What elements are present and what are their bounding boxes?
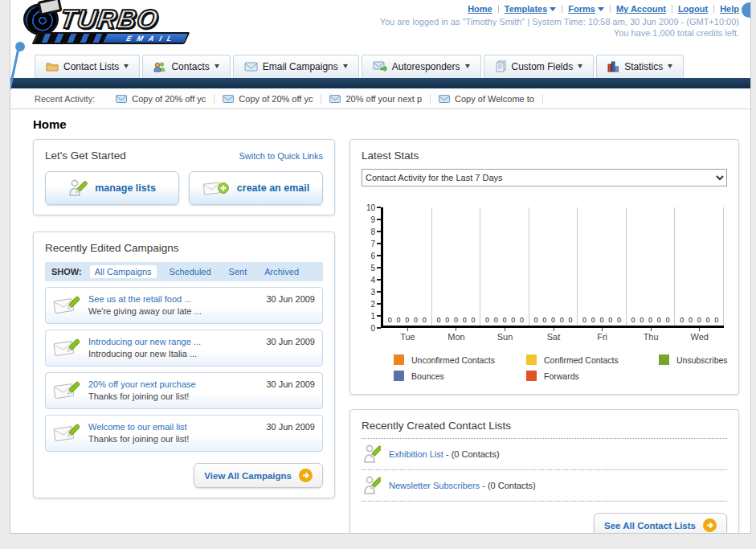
chart-value-label: 0 [705, 316, 709, 324]
nav-link-home[interactable]: Home [468, 4, 492, 14]
campaign-title-link[interactable]: Welcome to our email list [88, 422, 258, 432]
recent-activity-item[interactable]: 20% off your next p [321, 94, 431, 104]
stats-period-select[interactable]: Contact Activity for the Last 7 Days [362, 169, 727, 186]
chart-value-label: 0 [657, 316, 661, 324]
nav-link-my-account[interactable]: My Account [616, 4, 666, 14]
campaign-row[interactable]: 20% off your next purchase Thanks for jo… [45, 372, 323, 409]
chevron-down-icon [668, 64, 672, 68]
chart-x-labels: TueMonSunSatFriThuWed [383, 328, 724, 342]
legend-swatch-icon [659, 354, 669, 365]
chevron-down-icon [215, 64, 219, 68]
recent-activity-label: Recent Activity: [35, 94, 95, 104]
view-all-campaigns-button[interactable]: View All Campaigns [194, 463, 323, 488]
chevron-down-icon [550, 7, 556, 11]
campaign-date: 30 Jun 2009 [266, 294, 315, 304]
nav-link-help[interactable]: Help [720, 4, 739, 14]
legend-swatch-icon [394, 354, 404, 365]
recent-activity-item[interactable]: Copy of 20% off yc [108, 94, 215, 104]
campaign-title-link[interactable]: 20% off your next purchase [88, 379, 258, 389]
tab-custom-fields[interactable]: Custom Fields [484, 55, 595, 78]
campaign-filter-bar: SHOW: All Campaigns Scheduled Sent Archi… [45, 262, 323, 281]
contact-list-link[interactable]: Newsletter Subscribers [389, 481, 480, 490]
campaign-row[interactable]: Introducing our new range ... Introducin… [45, 330, 323, 367]
contact-list-item[interactable]: Newsletter Subscribers - (0 Contacts) [362, 470, 727, 502]
y-axis-label: 3 [366, 287, 381, 297]
chart-value-label: 0 [414, 316, 418, 324]
chart-value-labels: 00000 [383, 316, 431, 324]
y-axis-label: 10 [366, 203, 381, 212]
chart-day-group: 00000 [529, 207, 578, 326]
chevron-down-icon [578, 64, 582, 68]
campaign-subtitle: Thanks for joining our list! [88, 434, 258, 444]
chart-value-label: 0 [454, 316, 458, 324]
filter-all-campaigns[interactable]: All Campaigns [90, 265, 157, 278]
y-axis-label: 9 [366, 215, 381, 224]
nav-link-templates[interactable]: Templates [505, 4, 557, 14]
envelope-icon [329, 95, 341, 103]
chart-value-label: 0 [397, 316, 401, 324]
contact-list-link[interactable]: Exhibition List [389, 449, 443, 459]
campaign-date: 30 Jun 2009 [266, 337, 315, 346]
logo-bar: EMAIL [32, 32, 190, 44]
tab-contacts[interactable]: Contacts [142, 55, 230, 78]
contacts-icon [153, 61, 166, 72]
contact-lists-heading: Recently Created Contact Lists [362, 420, 727, 439]
pages-icon [495, 60, 507, 72]
navy-divider-bar [10, 78, 750, 88]
tab-autoresponders[interactable]: Autoresponders [362, 55, 481, 78]
campaign-date: 30 Jun 2009 [266, 422, 315, 432]
chart-value-label: 0 [423, 316, 427, 324]
legend-swatch-icon [394, 371, 404, 381]
help-bubble-icon[interactable] [742, 2, 751, 18]
arrow-right-icon [703, 518, 717, 532]
filter-sent[interactable]: Sent [224, 265, 252, 278]
recent-activity-bar: Recent Activity: Copy of 20% off yc Copy… [10, 88, 750, 109]
tab-statistics[interactable]: Statistics [596, 55, 684, 78]
logo-title: TURBO [58, 4, 161, 35]
x-axis-label: Fri [578, 328, 627, 342]
recent-activity-item[interactable]: Copy of Welcome to [431, 94, 543, 104]
see-all-contact-lists-button[interactable]: See All Contact Lists [594, 513, 727, 534]
chart-plot: 00000000000000000000000000000000000 [381, 207, 724, 328]
legend-item: Forwards [526, 371, 659, 381]
legend-item: Bounces [394, 371, 526, 381]
y-axis-label: 4 [366, 275, 381, 285]
campaign-row[interactable]: Welcome to our email list Thanks for joi… [45, 415, 323, 452]
logo: TURBO EMAIL [23, 3, 196, 44]
chevron-down-icon [343, 64, 348, 68]
nav-link-forms[interactable]: Forms [568, 4, 604, 14]
switch-quick-links-link[interactable]: Switch to Quick Links [239, 151, 323, 161]
y-axis-label: 7 [366, 239, 381, 248]
tab-email-campaigns[interactable]: Email Campaigns [233, 55, 359, 78]
arrow-right-icon [299, 469, 313, 482]
chart-value-label: 0 [591, 316, 595, 324]
chart-value-label: 0 [697, 316, 701, 324]
campaigns-heading: Recently Edited Campaigns [45, 242, 323, 254]
filter-scheduled[interactable]: Scheduled [165, 265, 216, 278]
chart-value-label: 0 [617, 316, 621, 324]
chart-value-label: 0 [520, 316, 524, 324]
filter-archived[interactable]: Archived [259, 265, 304, 278]
chart-day-group: 00000 [432, 207, 481, 326]
y-axis-label: 2 [366, 299, 381, 309]
manage-lists-button[interactable]: manage lists [45, 171, 179, 205]
contact-list-item[interactable]: Exhibition List - (0 Contacts) [362, 439, 727, 470]
chart-value-label: 0 [569, 316, 573, 324]
person-pencil-icon [68, 178, 88, 198]
separator [672, 5, 672, 13]
chart-value-label: 0 [445, 316, 449, 324]
contact-list-count: - (0 Contacts) [482, 481, 536, 490]
tab-contact-lists[interactable]: Contact Lists [35, 55, 140, 78]
chart-value-labels: 00000 [529, 316, 578, 324]
campaign-title-link[interactable]: See us at the retail food ... [88, 294, 258, 304]
campaign-title-link[interactable]: Introducing our new range ... [88, 337, 258, 346]
legend-swatch-icon [526, 371, 537, 381]
nav-link-logout[interactable]: Logout [678, 4, 708, 14]
chart-value-label: 0 [582, 316, 586, 324]
create-email-button[interactable]: create an email [189, 171, 323, 205]
chart-value-label: 0 [436, 316, 440, 324]
y-axis-label: 8 [366, 227, 381, 236]
chevron-down-icon [465, 64, 470, 68]
campaign-row[interactable]: See us at the retail food ... We're givi… [45, 287, 323, 324]
recent-activity-item[interactable]: Copy of 20% off yc [215, 94, 321, 104]
